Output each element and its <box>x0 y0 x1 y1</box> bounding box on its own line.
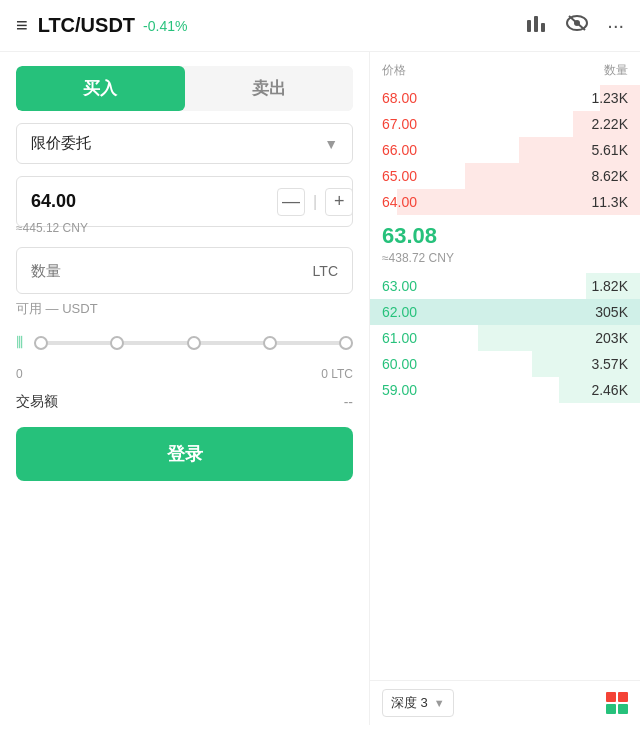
order-type-arrow: ▼ <box>324 136 338 152</box>
login-button[interactable]: 登录 <box>16 427 353 481</box>
grid-green-bl <box>606 704 616 714</box>
slider-marks <box>34 341 353 355</box>
depth-select[interactable]: 深度 3 ▼ <box>382 689 454 717</box>
trade-amount-value: -- <box>344 394 353 410</box>
sell-order-row[interactable]: 64.0011.3K <box>370 189 640 215</box>
svg-rect-0 <box>527 20 531 32</box>
range-max: 0 LTC <box>321 367 353 381</box>
slider-track[interactable] <box>34 341 353 345</box>
qty-input-wrap: LTC <box>16 247 353 294</box>
order-type-label: 限价委托 <box>31 134 324 153</box>
sell-order-row[interactable]: 68.001.23K <box>370 85 640 111</box>
grid-red-tr <box>618 692 628 702</box>
sell-qty: 1.23K <box>591 90 628 106</box>
price-change: -0.41% <box>143 18 187 34</box>
range-min: 0 <box>16 367 23 381</box>
col-qty: 数量 <box>604 62 628 79</box>
sell-order-row[interactable]: 65.008.62K <box>370 163 640 189</box>
depth-label: 深度 3 <box>391 694 428 712</box>
sell-qty: 2.22K <box>591 116 628 132</box>
sell-price: 66.00 <box>382 142 417 158</box>
buy-orders: 63.001.82K62.00305K61.00203K60.003.57K59… <box>370 273 640 403</box>
buy-price: 63.00 <box>382 278 417 294</box>
slider-mark-50 <box>187 336 201 350</box>
header-icons: ··· <box>525 12 624 39</box>
orderbook-header: 价格 数量 <box>370 52 640 85</box>
order-type-select[interactable]: 限价委托 ▼ <box>16 123 353 164</box>
sell-order-row[interactable]: 66.005.61K <box>370 137 640 163</box>
svg-rect-2 <box>541 23 545 32</box>
buy-order-row[interactable]: 60.003.57K <box>370 351 640 377</box>
sell-qty: 5.61K <box>591 142 628 158</box>
sell-orders: 68.001.23K67.002.22K66.005.61K65.008.62K… <box>370 85 640 215</box>
slider-mark-100 <box>339 336 353 350</box>
price-input[interactable] <box>17 177 277 226</box>
price-plus-button[interactable]: + <box>325 188 353 216</box>
slider-left-icon: ⦀ <box>16 332 24 353</box>
trade-amount-row: 交易额 -- <box>16 393 353 411</box>
qty-unit: LTC <box>313 263 338 279</box>
sell-price: 64.00 <box>382 194 417 210</box>
more-icon[interactable]: ··· <box>607 14 624 37</box>
buy-order-row[interactable]: 63.001.82K <box>370 273 640 299</box>
chart-icon[interactable] <box>525 12 547 39</box>
slider-mark-25 <box>110 336 124 350</box>
buy-price: 62.00 <box>382 304 417 320</box>
menu-icon[interactable]: ≡ <box>16 14 28 37</box>
sell-qty: 11.3K <box>591 194 628 210</box>
tab-row: 买入 卖出 <box>16 66 353 111</box>
sell-price: 65.00 <box>382 168 417 184</box>
current-price: 63.08 <box>382 223 628 249</box>
price-controls: — | + <box>277 188 353 216</box>
slider-mark-75 <box>263 336 277 350</box>
sell-order-row[interactable]: 67.002.22K <box>370 111 640 137</box>
left-panel: 买入 卖出 限价委托 ▼ — | + ≈445.12 CNY LTC <box>0 52 370 725</box>
depth-grid-icon[interactable] <box>606 692 628 714</box>
eye-icon[interactable] <box>565 12 589 39</box>
available-label: 可用 — USDT <box>16 300 353 318</box>
buy-price: 59.00 <box>382 382 417 398</box>
sell-price: 67.00 <box>382 116 417 132</box>
buy-qty: 203K <box>595 330 628 346</box>
grid-green-br <box>618 704 628 714</box>
buy-qty: 305K <box>595 304 628 320</box>
buy-order-row[interactable]: 62.00305K <box>370 299 640 325</box>
price-divider: | <box>313 193 317 211</box>
main-layout: 买入 卖出 限价委托 ▼ — | + ≈445.12 CNY LTC <box>0 52 640 725</box>
header: ≡ LTC/USDT -0.41% ··· <box>0 0 640 52</box>
pair-title: LTC/USDT <box>38 14 135 37</box>
price-minus-button[interactable]: — <box>277 188 305 216</box>
sell-tab[interactable]: 卖出 <box>185 66 354 111</box>
buy-price: 61.00 <box>382 330 417 346</box>
grid-red-tl <box>606 692 616 702</box>
depth-row: 深度 3 ▼ <box>370 680 640 725</box>
buy-qty: 2.46K <box>591 382 628 398</box>
svg-rect-1 <box>534 16 538 32</box>
buy-qty: 1.82K <box>591 278 628 294</box>
buy-order-row[interactable]: 59.002.46K <box>370 377 640 403</box>
buy-qty: 3.57K <box>591 356 628 372</box>
range-labels: 0 0 LTC <box>16 367 353 381</box>
current-price-row: 63.08 ≈438.72 CNY <box>370 215 640 273</box>
current-price-cny: ≈438.72 CNY <box>382 251 628 265</box>
slider-mark-0 <box>34 336 48 350</box>
buy-price: 60.00 <box>382 356 417 372</box>
buy-tab[interactable]: 买入 <box>16 66 185 111</box>
sell-qty: 8.62K <box>591 168 628 184</box>
qty-input[interactable] <box>31 262 313 279</box>
price-row: — | + <box>16 176 353 227</box>
col-price: 价格 <box>382 62 406 79</box>
sell-price: 68.00 <box>382 90 417 106</box>
depth-arrow: ▼ <box>434 697 445 709</box>
trade-amount-label: 交易额 <box>16 393 58 411</box>
right-panel: 价格 数量 68.001.23K67.002.22K66.005.61K65.0… <box>370 52 640 725</box>
slider-wrap: ⦀ <box>16 330 353 355</box>
buy-order-row[interactable]: 61.00203K <box>370 325 640 351</box>
